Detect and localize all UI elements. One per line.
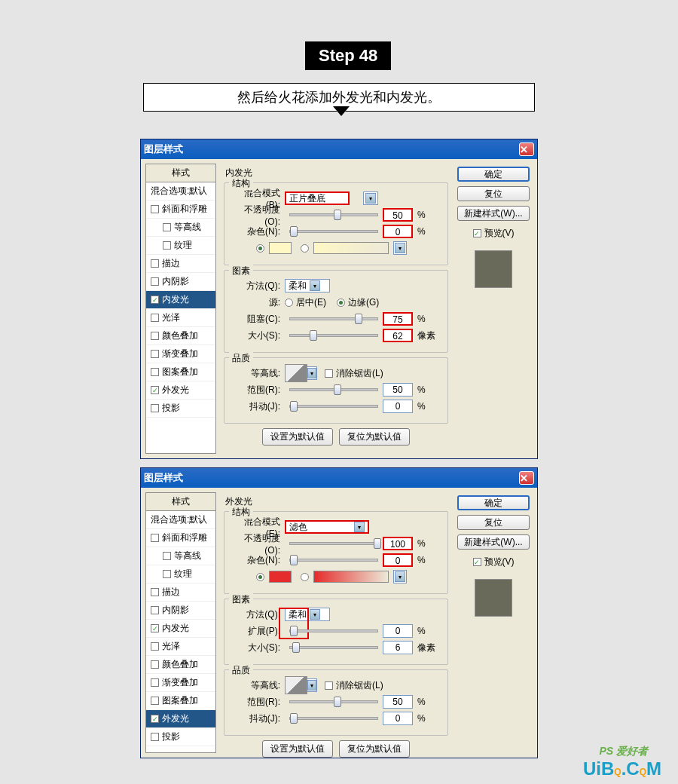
style-pattern-overlay[interactable]: 图案叠加 [146,692,215,710]
new-style-button[interactable]: 新建样式(W)... [457,534,530,550]
contour-picker[interactable] [285,364,307,382]
gradient-swatch[interactable] [313,242,389,254]
style-blend-options[interactable]: 混合选项:默认 [146,182,215,201]
size-input[interactable]: 6 [383,641,413,654]
reset-default-button[interactable]: 复位为默认值 [339,428,410,446]
checkbox-icon[interactable] [151,642,159,651]
style-inner-shadow[interactable]: 内阴影 [146,273,215,291]
style-bevel[interactable]: 斜面和浮雕 [146,201,215,219]
checkbox-icon[interactable]: ✓ [151,296,159,304]
checkbox-icon[interactable] [151,259,159,268]
style-inner-glow[interactable]: ✓内发光 [146,620,215,638]
style-inner-shadow[interactable]: 内阴影 [146,602,215,620]
cancel-button[interactable]: 复位 [457,515,530,530]
range-slider[interactable] [289,388,378,391]
checkbox-icon[interactable] [151,277,159,286]
slider-thumb-icon[interactable] [334,384,341,395]
checkbox-icon[interactable]: ✓ [151,624,159,632]
checkbox-icon[interactable]: ✓ [151,386,159,394]
slider-thumb-icon[interactable] [374,538,381,549]
blend-mode-combo[interactable]: 滤色▾ [285,520,369,534]
contour-dropdown[interactable]: ▾ [307,366,317,380]
slider-thumb-icon[interactable] [290,626,298,636]
checkbox-icon[interactable] [163,552,171,560]
preview-checkbox[interactable]: ✓ [473,229,481,237]
opacity-slider[interactable] [289,542,378,545]
style-drop-shadow[interactable]: 投影 [146,400,215,418]
gradient-dropdown[interactable]: ▾ [393,241,407,255]
cancel-button[interactable]: 复位 [457,186,530,201]
color-radio[interactable] [256,244,264,253]
opacity-input[interactable]: 50 [383,208,413,222]
style-stroke[interactable]: 描边 [146,255,215,273]
style-contour[interactable]: 等高线 [146,219,215,237]
style-blend-options[interactable]: 混合选项:默认 [146,511,215,529]
source-edge-radio[interactable] [337,299,345,307]
noise-input[interactable]: 0 [383,553,413,567]
style-pattern-overlay[interactable]: 图案叠加 [146,363,215,381]
checkbox-icon[interactable] [151,588,159,596]
slider-thumb-icon[interactable] [355,314,362,324]
titlebar[interactable]: 图层样式 ✕ [141,468,537,488]
checkbox-icon[interactable] [151,606,159,614]
color-radio[interactable] [256,573,264,581]
contour-dropdown[interactable]: ▾ [307,678,317,692]
checkbox-icon[interactable] [151,660,159,669]
checkbox-icon[interactable] [151,314,159,322]
gradient-dropdown[interactable]: ▾ [393,570,407,583]
spread-input[interactable]: 0 [383,624,413,638]
spread-slider[interactable] [289,629,378,632]
slider-thumb-icon[interactable] [334,210,341,220]
style-color-overlay[interactable]: 颜色叠加 [146,656,215,674]
checkbox-icon[interactable] [151,534,159,542]
close-button[interactable]: ✕ [519,142,534,156]
range-slider[interactable] [289,700,378,703]
slider-thumb-icon[interactable] [290,713,298,724]
ok-button[interactable]: 确定 [457,495,530,510]
gradient-radio[interactable] [301,573,309,581]
range-input[interactable]: 50 [383,695,413,709]
style-texture[interactable]: 纹理 [146,565,215,583]
style-satin[interactable]: 光泽 [146,309,215,327]
preview-checkbox[interactable]: ✓ [473,558,481,566]
style-drop-shadow[interactable]: 投影 [146,728,215,746]
color-swatch[interactable] [269,571,292,583]
jitter-input[interactable]: 0 [383,712,413,725]
checkbox-icon[interactable] [163,223,171,231]
slider-thumb-icon[interactable] [290,401,298,412]
checkbox-icon[interactable] [151,697,159,705]
gradient-swatch[interactable] [313,571,389,583]
close-button[interactable]: ✕ [519,471,534,485]
slider-thumb-icon[interactable] [290,555,298,565]
titlebar[interactable]: 图层样式 ✕ [141,139,537,159]
checkbox-icon[interactable] [151,350,159,358]
checkbox-icon[interactable] [151,205,159,213]
opacity-input[interactable]: 100 [383,537,413,550]
blend-mode-combo[interactable]: 正片叠底 [285,191,350,205]
style-texture[interactable]: 纹理 [146,237,215,255]
choke-slider[interactable] [289,317,378,320]
style-outer-glow[interactable]: ✓外发光 [146,710,215,728]
jitter-slider[interactable] [289,405,378,408]
size-slider[interactable] [289,646,378,649]
antialias-checkbox[interactable] [325,369,333,378]
style-outer-glow[interactable]: ✓外发光 [146,381,215,400]
set-default-button[interactable]: 设置为默认值 [262,740,333,758]
checkbox-icon[interactable] [151,678,159,687]
checkbox-icon[interactable] [151,368,159,376]
reset-default-button[interactable]: 复位为默认值 [339,740,410,758]
slider-thumb-icon[interactable] [334,697,341,707]
style-color-overlay[interactable]: 颜色叠加 [146,327,215,345]
opacity-slider[interactable] [289,213,378,216]
checkbox-icon[interactable] [151,733,159,741]
size-input[interactable]: 62 [383,329,413,342]
checkbox-icon[interactable] [163,570,171,578]
noise-input[interactable]: 0 [383,225,413,238]
choke-input[interactable]: 75 [383,312,413,326]
new-style-button[interactable]: 新建样式(W)... [457,206,530,221]
size-slider[interactable] [289,334,378,337]
color-swatch[interactable] [269,242,292,254]
set-default-button[interactable]: 设置为默认值 [262,428,333,446]
jitter-slider[interactable] [289,717,378,720]
slider-thumb-icon[interactable] [290,226,298,237]
